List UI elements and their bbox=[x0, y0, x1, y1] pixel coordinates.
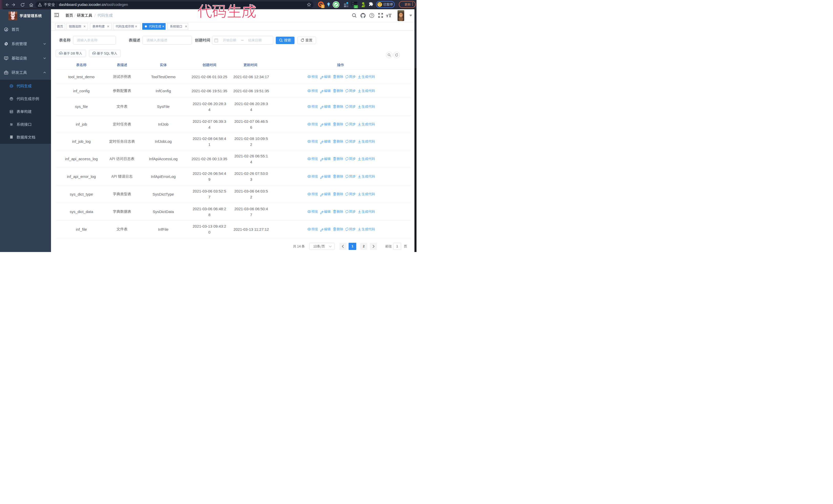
svg-text:on: on bbox=[355, 6, 357, 8]
svg-text:1: 1 bbox=[322, 5, 324, 8]
